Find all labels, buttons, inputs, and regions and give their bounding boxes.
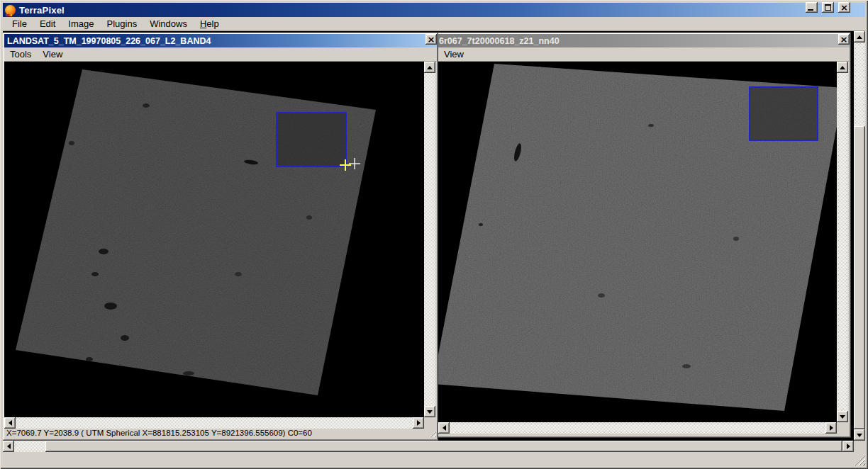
right-window-titlebar[interactable]: 6r067_7t20000618_z21_nn40 xyxy=(438,34,850,47)
menu-help[interactable]: Help xyxy=(194,17,226,30)
left-window-statusbar: X=7069.7 Y=2038.9 ( UTM Spherical X=8818… xyxy=(4,429,437,438)
left-window-titlebar[interactable]: LANDSAT_5_TM_19970805_226_067_L2_BAND4 xyxy=(4,34,437,47)
close-icon: × xyxy=(840,3,848,12)
arrow-left-icon xyxy=(9,420,12,426)
scroll-right-button[interactable] xyxy=(413,417,424,429)
app-icon xyxy=(5,5,16,16)
left-window-title: LANDSAT_5_TM_19970805_226_067_L2_BAND4 xyxy=(4,36,211,46)
right-window-menubar: View xyxy=(438,47,850,62)
minimize-icon xyxy=(808,9,813,11)
arrow-down-icon xyxy=(840,415,845,419)
main-menubar: File Edit Image Plugins Windows Help xyxy=(3,17,865,31)
maximize-button[interactable] xyxy=(822,2,834,13)
scroll-up-button[interactable] xyxy=(424,62,435,73)
scroll-right-button[interactable] xyxy=(825,422,837,434)
scroll-up-button[interactable] xyxy=(837,62,848,73)
window-resize-grip[interactable] xyxy=(855,455,865,465)
statusbar-resize-grip[interactable] xyxy=(428,429,436,437)
menu-image[interactable]: Image xyxy=(62,17,100,30)
scroll-left-button[interactable] xyxy=(438,422,450,434)
close-icon: × xyxy=(428,35,435,44)
scroll-right-button[interactable] xyxy=(842,441,854,452)
mdi-vertical-scrollbar[interactable] xyxy=(854,31,865,441)
left-window-menubar: Tools View xyxy=(4,47,437,62)
mdi-workspace: 6r067_7t20000618_z21_nn40 × View xyxy=(3,31,865,452)
arrow-up-icon xyxy=(427,66,433,69)
scrollbar-thumb[interactable] xyxy=(45,441,842,452)
left-window-close-button[interactable]: × xyxy=(425,34,437,45)
close-icon: × xyxy=(840,35,848,44)
scroll-down-button[interactable] xyxy=(424,406,435,417)
main-titlebar[interactable]: TerraPixel xyxy=(3,3,865,17)
scroll-left-button[interactable] xyxy=(3,441,14,452)
right-satellite-scene xyxy=(438,62,837,422)
scrollbar-corner xyxy=(854,441,865,452)
arrow-left-icon xyxy=(443,425,446,431)
menu-plugins[interactable]: Plugins xyxy=(101,17,144,30)
menu-edit[interactable]: Edit xyxy=(33,17,62,30)
left-horizontal-scrollbar[interactable] xyxy=(4,417,424,429)
arrow-right-icon xyxy=(417,420,421,426)
menu-windows[interactable]: Windows xyxy=(143,17,194,30)
close-button[interactable]: × xyxy=(838,2,850,13)
left-satellite-image xyxy=(4,62,424,417)
left-vertical-scrollbar[interactable] xyxy=(424,62,435,417)
maximize-icon xyxy=(825,4,831,11)
scrollbar-thumb[interactable] xyxy=(854,126,865,429)
menu-file[interactable]: File xyxy=(6,17,33,30)
minimize-button[interactable] xyxy=(806,2,818,13)
arrow-down-icon xyxy=(427,410,433,414)
right-window-title: 6r067_7t20000618_z21_nn40 xyxy=(438,36,560,46)
left-menu-tools[interactable]: Tools xyxy=(4,47,37,61)
scroll-left-button[interactable] xyxy=(4,417,16,429)
arrow-up-icon xyxy=(857,35,862,39)
left-satellite-scene xyxy=(4,62,424,417)
arrow-right-icon xyxy=(847,443,850,449)
arrow-right-icon xyxy=(830,425,833,431)
scroll-up-button[interactable] xyxy=(854,31,865,43)
left-image-window: LANDSAT_5_TM_19970805_226_067_L2_BAND4 ×… xyxy=(3,33,438,441)
arrow-left-icon xyxy=(7,443,11,449)
right-window-close-button[interactable]: × xyxy=(838,34,850,45)
mdi-horizontal-scrollbar[interactable] xyxy=(3,441,854,452)
left-image-canvas[interactable] xyxy=(4,62,424,417)
arrow-up-icon xyxy=(840,66,845,69)
scroll-down-button[interactable] xyxy=(837,411,848,422)
right-image-window: 6r067_7t20000618_z21_nn40 × View xyxy=(437,33,851,438)
scroll-down-button[interactable] xyxy=(854,429,865,441)
status-coordinates: X=7069.7 Y=2038.9 ( UTM Spherical X=8818… xyxy=(6,429,312,437)
right-horizontal-scrollbar[interactable] xyxy=(438,422,837,434)
right-menu-view[interactable]: View xyxy=(438,47,469,61)
left-menu-view[interactable]: View xyxy=(37,47,68,61)
app-title: TerraPixel xyxy=(19,5,65,16)
right-vertical-scrollbar[interactable] xyxy=(837,62,848,422)
right-image-canvas[interactable] xyxy=(438,62,837,422)
app-window: TerraPixel × File Edit Image Plugins Win… xyxy=(0,0,868,469)
arrow-down-icon xyxy=(857,434,862,437)
